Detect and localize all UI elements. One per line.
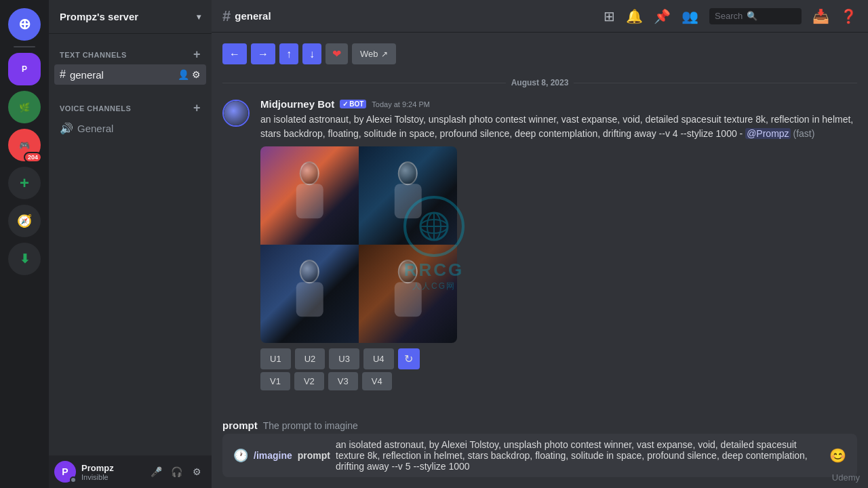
emoji-button[interactable]: 😊 [829,447,846,464]
server-name-header[interactable]: Prompz's server ▾ [49,0,212,34]
v1-button[interactable]: V1 [260,372,290,390]
nav-buttons-row: ← → ↑ ↓ ❤ Web ↗ [222,43,857,64]
mute-button[interactable]: 🎤 [146,462,165,481]
astronaut-figure-bl [285,260,334,329]
notifications-icon[interactable]: 🔔 [626,8,643,24]
message-author: Midjourney Bot [260,98,334,110]
search-bar[interactable]: Search 🔍 [709,8,802,24]
input-prompt-value[interactable]: an isolated astronaut, by Alexei Tolstoy… [336,439,824,472]
inbox-icon[interactable]: 📥 [812,8,829,24]
image-cell-br[interactable] [359,245,457,343]
message-content: Midjourney Bot ✓ BOT Today at 9:24 PM an… [260,98,857,393]
notification-badge: 204 [24,152,42,163]
bot-label: BOT [349,100,363,108]
astronaut-figure-tr [383,161,433,230]
search-icon: 🔍 [747,11,757,21]
text-channels-label: TEXT CHANNELS [60,51,127,59]
topbar-actions: ⊞ 🔔 📌 👥 Search 🔍 📥 ❓ [604,8,857,24]
arrow-right-button[interactable]: → [251,43,275,64]
voice-channel-name: General [77,123,113,134]
server-divider [14,46,35,47]
text-channels-section: TEXT CHANNELS + # general 👤 ⚙ [49,34,212,87]
u3-button[interactable]: U3 [329,348,359,369]
v2-button[interactable]: V2 [294,372,324,390]
user-avatar: P [54,461,76,483]
body-br [395,282,422,317]
astronaut-figure-tl [285,161,334,230]
voice-channels-section: VOICE CHANNELS + 🔊 General [49,87,212,142]
external-link-icon: ↗ [381,49,388,59]
topbar-channel-name: general [235,10,271,22]
pin-icon[interactable]: 📌 [654,8,671,24]
input-command-label: /imagine [254,442,292,469]
astronaut-figure-br [383,260,433,329]
channel-item-general[interactable]: # general 👤 ⚙ [54,64,206,85]
check-icon: ✓ [342,100,348,108]
image-cell-tr[interactable] [359,146,457,245]
heart-button[interactable]: ❤ [326,43,348,64]
channel-name-general: general [70,69,104,81]
prompt-label: prompt [222,420,258,431]
image-cell-tl[interactable] [260,146,359,245]
u2-button[interactable]: U2 [295,348,326,369]
date-line-left [222,83,506,83]
search-label: Search [715,11,743,21]
discover-button[interactable]: 🧭 [8,205,41,237]
arrow-down-button[interactable]: ↓ [302,43,321,64]
server-icon-red[interactable]: 🎮 204 [8,129,41,161]
voice-channels-header: VOICE CHANNELS + [54,98,206,118]
speed-tag: (fast) [793,128,815,139]
prompt-label-row: prompt The prompt to imagine [212,414,868,434]
add-text-channel-button[interactable]: + [193,47,201,62]
deafen-button[interactable]: 🎧 [167,462,186,481]
bot-badge: ✓ BOT [340,100,366,108]
hash-icon: # [60,68,66,81]
refresh-button[interactable]: ↻ [398,348,420,369]
add-server-button[interactable]: + [8,167,41,199]
topbar: # general ⊞ 🔔 📌 👥 Search 🔍 📥 ❓ [212,0,868,33]
user-panel: P Prompz Invisible 🎤 🎧 ⚙ [49,455,212,488]
web-button[interactable]: Web ↗ [352,43,396,64]
input-fields: prompt an isolated astronaut, by Alexei … [298,434,824,477]
channel-actions: 👤 ⚙ [178,69,201,80]
members-list-icon[interactable]: 👥 [682,8,698,24]
v-buttons-row: V1 V2 V3 V4 [260,372,857,390]
u4-button[interactable]: U4 [363,348,394,369]
help-icon[interactable]: ❓ [840,8,857,24]
u-buttons-row: U1 U2 U3 U4 ↻ [260,348,857,369]
user-info: Prompz Invisible [81,463,141,481]
members-icon[interactable]: ⊞ [604,8,615,24]
user-status-dot [70,476,77,483]
input-prompt-label: prompt [298,450,330,461]
v4-button[interactable]: V4 [362,372,392,390]
main-content: # general ⊞ 🔔 📌 👥 Search 🔍 📥 ❓ ← → ↑ ↓ ❤… [212,0,868,488]
download-button[interactable]: ⬇ [8,243,41,275]
clock-icon: 🕐 [233,448,248,463]
settings-icon[interactable]: ⚙ [192,69,201,80]
user-settings-button[interactable]: ⚙ [187,462,206,481]
server-list: ⊕ P 🌿 🎮 204 + 🧭 ⬇ [0,0,49,488]
speaker-icon: 🔊 [60,122,73,135]
helmet-tr [398,161,418,186]
input-row: 🕐 /imagine prompt an isolated astronaut,… [222,434,857,477]
message-text: an isolated astronaut, by Alexei Tolstoy… [260,113,857,141]
arrow-up-button[interactable]: ↑ [279,43,298,64]
chevron-down-icon: ▾ [197,12,201,22]
helmet-bl [300,260,319,284]
mention-tag: @Prompz [745,128,790,139]
server-icon-green[interactable]: 🌿 [8,91,41,123]
server-name-label: Prompz's server [60,11,138,22]
voice-channel-general[interactable]: 🔊 General [54,118,206,139]
chat-area: ← → ↑ ↓ ❤ Web ↗ August 8, 2023 Midjourne… [212,33,868,414]
arrow-left-button[interactable]: ← [222,43,247,64]
channel-hash-icon: # [222,7,231,25]
user-controls: 🎤 🎧 ⚙ [146,462,206,481]
server-icon-prompz[interactable]: P [8,53,41,85]
image-cell-bl[interactable] [260,245,359,343]
add-voice-channel-button[interactable]: + [193,101,201,115]
v3-button[interactable]: V3 [328,372,358,390]
user-icon[interactable]: 👤 [178,69,189,80]
message-row: Midjourney Bot ✓ BOT Today at 9:24 PM an… [222,96,857,396]
discord-home-button[interactable]: ⊕ [8,8,41,41]
u1-button[interactable]: U1 [260,348,291,369]
